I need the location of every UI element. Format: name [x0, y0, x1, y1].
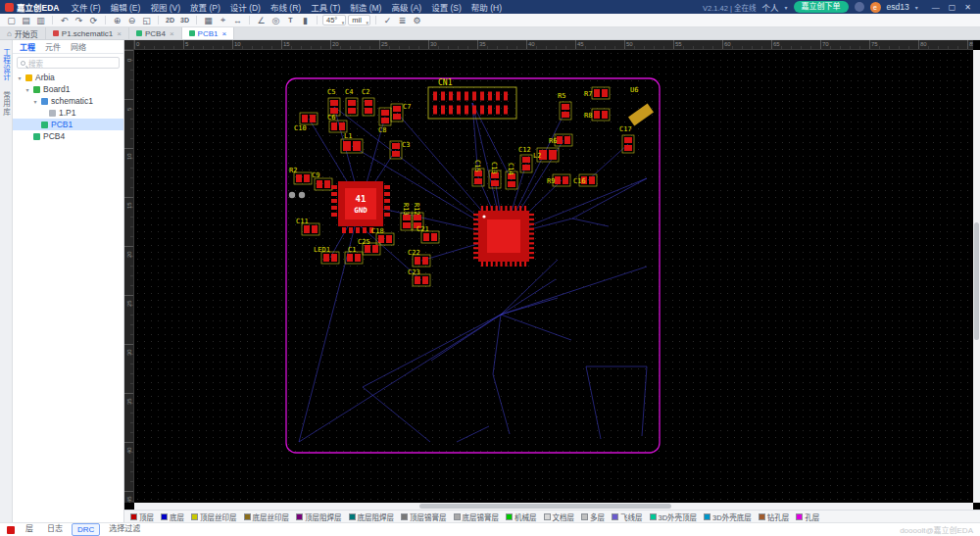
menu-item[interactable]: 放置 (P): [185, 1, 225, 13]
menu-item[interactable]: 工具 (T): [306, 1, 345, 13]
pad[interactable]: [449, 92, 453, 101]
pad[interactable]: [296, 174, 302, 182]
pad[interactable]: [323, 254, 329, 262]
pad[interactable]: [348, 108, 356, 114]
layer-chip-底层[interactable]: 底层: [161, 512, 184, 522]
pad[interactable]: [392, 151, 400, 157]
pad[interactable]: [474, 178, 482, 184]
pad[interactable]: [457, 106, 461, 115]
menu-item[interactable]: 设计 (D): [225, 1, 266, 13]
pad[interactable]: [433, 106, 437, 115]
tab-开始页[interactable]: ⌂开始页: [0, 27, 46, 39]
pad[interactable]: [441, 106, 445, 115]
pad[interactable]: [317, 180, 322, 188]
tab-PCB1[interactable]: PCB1×: [182, 27, 235, 39]
pad[interactable]: [522, 165, 530, 171]
pad[interactable]: [415, 276, 420, 284]
pad[interactable]: [422, 276, 428, 284]
pad[interactable]: [384, 206, 390, 210]
pad[interactable]: [449, 106, 453, 115]
pad[interactable]: [508, 181, 515, 187]
pad[interactable]: [594, 89, 600, 97]
drc-icon[interactable]: ✓: [381, 15, 394, 26]
tab-close-icon[interactable]: ×: [221, 29, 226, 38]
pad[interactable]: [339, 122, 345, 130]
layer-chip-多层[interactable]: 多层: [581, 512, 605, 522]
dock-tab-工程设计[interactable]: 工程设计: [1, 48, 12, 81]
pad[interactable]: [496, 92, 500, 101]
layer-chip-孔层[interactable]: 孔层: [796, 512, 819, 522]
tab-PCB4[interactable]: PCB4×: [129, 27, 182, 39]
dock-tab-常用库[interactable]: 常用库: [1, 91, 12, 117]
pad[interactable]: [488, 92, 492, 101]
pad[interactable]: [562, 104, 569, 110]
pad[interactable]: [403, 222, 411, 228]
pad[interactable]: [384, 192, 390, 196]
save-icon[interactable]: ▥: [34, 15, 47, 26]
horizontal-scrollbar-thumb[interactable]: [419, 504, 671, 509]
pad[interactable]: [414, 215, 421, 220]
pad[interactable]: [555, 176, 561, 184]
menu-item[interactable]: 布线 (R): [266, 1, 306, 13]
notifications-icon[interactable]: [855, 2, 864, 12]
panel-tab-元件[interactable]: 元件: [41, 41, 65, 52]
pad[interactable]: [365, 245, 370, 253]
tree-item-Arbia[interactable]: ▾Arbia: [13, 72, 123, 83]
order-button[interactable]: 嘉立创下单: [794, 1, 849, 13]
pad[interactable]: [381, 110, 389, 116]
pad[interactable]: [433, 92, 437, 101]
tree-item-1.P1[interactable]: 1.P1: [13, 107, 123, 119]
layer-chip-底层丝印层[interactable]: 底层丝印层: [244, 512, 290, 522]
pad[interactable]: [423, 233, 429, 241]
pad[interactable]: [331, 199, 337, 203]
pad[interactable]: [504, 106, 508, 115]
layer-chip-底层锡膏层[interactable]: 底层锡膏层: [454, 512, 500, 522]
expander-icon[interactable]: ▾: [24, 86, 30, 93]
unit-select[interactable]: mil: [348, 15, 370, 25]
pad[interactable]: [384, 213, 390, 217]
expander-icon[interactable]: ▾: [32, 98, 38, 105]
view-2d-button[interactable]: 2D: [164, 15, 176, 26]
pad[interactable]: [480, 106, 484, 115]
panel-tab-工程[interactable]: 工程: [16, 41, 39, 52]
component-body[interactable]: [628, 104, 654, 126]
pad[interactable]: [356, 227, 360, 233]
minimize-button[interactable]: —: [928, 3, 944, 12]
pad[interactable]: [465, 92, 468, 101]
pad[interactable]: [331, 185, 337, 189]
refresh-icon[interactable]: ⟳: [87, 15, 100, 26]
layer-chip-钻孔层[interactable]: 钻孔层: [759, 512, 790, 522]
pad-icon[interactable]: ▮: [299, 15, 312, 26]
pad[interactable]: [557, 136, 563, 144]
pad[interactable]: [372, 245, 378, 253]
pcb-editor-canvas[interactable]: 0510152025303540455055606570758085 05101…: [124, 40, 980, 510]
pad[interactable]: [624, 145, 632, 151]
pad[interactable]: [562, 112, 569, 118]
settings-icon[interactable]: ⚙: [411, 15, 423, 26]
tab-close-icon[interactable]: ×: [170, 29, 174, 38]
status-tab-选择过滤[interactable]: 选择过滤: [104, 523, 145, 536]
maximize-button[interactable]: ▢: [945, 3, 960, 12]
tree-item-schematic1[interactable]: ▾schematic1: [13, 95, 123, 107]
pad[interactable]: [589, 176, 595, 184]
layer-chip-3D外壳底层[interactable]: 3D外壳底层: [704, 512, 752, 522]
status-tab-层[interactable]: 层: [21, 523, 38, 536]
menu-item[interactable]: 帮助 (H): [466, 1, 507, 13]
pad[interactable]: [331, 254, 337, 262]
pad[interactable]: [331, 122, 337, 130]
pcb-drawing-area[interactable]: CN1C5C4C2C7C6C8C10C3L1R5R7R8U6C17R6L2C12…: [134, 50, 973, 503]
pad[interactable]: [472, 106, 476, 115]
pad[interactable]: [504, 92, 508, 101]
pad[interactable]: [384, 185, 390, 189]
search-input[interactable]: 搜索: [17, 57, 120, 69]
pad[interactable]: [304, 225, 310, 233]
track-icon[interactable]: ∠: [255, 15, 268, 26]
pad[interactable]: [422, 257, 428, 265]
status-tab-DRC[interactable]: DRC: [72, 523, 100, 536]
pad[interactable]: [312, 225, 318, 233]
pad[interactable]: [624, 137, 632, 143]
pad[interactable]: [480, 92, 484, 101]
pad[interactable]: [431, 233, 437, 241]
view-3d-button[interactable]: 3D: [178, 15, 191, 26]
pad[interactable]: [549, 150, 557, 160]
